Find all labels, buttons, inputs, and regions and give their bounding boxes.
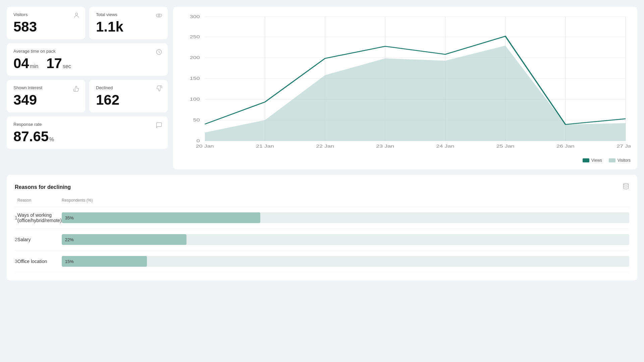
- table-row: 2Salary22%: [15, 229, 629, 251]
- dashboard: Visitors 583 Total views 1.1k: [0, 0, 644, 287]
- svg-text:0: 0: [197, 139, 200, 143]
- eye-icon: [156, 12, 162, 20]
- svg-text:22 Jan: 22 Jan: [316, 144, 334, 148]
- line-chart: 0 50 100 150 200 250 300 20 Jan 21 Jan 2…: [180, 13, 631, 154]
- reasons-table: Reason Respondents (%) 1Ways of working …: [15, 198, 629, 272]
- chat-icon: [156, 122, 162, 130]
- chart-panel: 0 50 100 150 200 250 300 20 Jan 21 Jan 2…: [173, 7, 637, 169]
- total-views-value: 1.1k: [96, 20, 161, 34]
- legend-views: Views: [583, 158, 602, 163]
- visitors-legend-label: Visitors: [618, 158, 631, 163]
- views-legend-label: Views: [591, 158, 602, 163]
- metric-row-4: Response rate 87.65%: [7, 116, 168, 149]
- total-views-card: Total views 1.1k: [89, 7, 168, 39]
- declining-section-title: Reasons for declining: [15, 183, 629, 191]
- bottom-section: Reasons for declining Reason Respondents…: [7, 175, 637, 280]
- table-header-row: Reason Respondents (%): [15, 198, 629, 207]
- row-reason: Office location: [17, 251, 62, 272]
- declined-value: 162: [96, 93, 161, 107]
- svg-point-2: [158, 15, 160, 16]
- row-bar-cell: 22%: [62, 229, 629, 251]
- response-rate-card: Response rate 87.65%: [7, 116, 168, 149]
- svg-text:50: 50: [193, 118, 200, 122]
- row-rank: 1: [15, 207, 17, 229]
- svg-point-0: [75, 13, 78, 15]
- svg-text:23 Jan: 23 Jan: [376, 144, 394, 148]
- person-icon: [73, 12, 80, 20]
- svg-text:100: 100: [190, 97, 200, 101]
- avg-time-sec-unit: sec: [63, 63, 71, 69]
- avg-time-min-unit: min: [30, 63, 39, 69]
- declined-card: Declined 162: [89, 80, 168, 112]
- response-rate-label: Response rate: [13, 122, 161, 127]
- clock-icon: [156, 49, 162, 57]
- row-bar-cell: 15%: [62, 251, 629, 272]
- svg-text:26 Jan: 26 Jan: [556, 144, 575, 148]
- response-rate-value: 87.65%: [13, 130, 161, 144]
- metric-row-2: Average time on pack 04min 17sec: [7, 43, 168, 76]
- svg-text:24 Jan: 24 Jan: [436, 144, 454, 148]
- bar-label: 35%: [62, 215, 74, 220]
- visitors-value: 583: [13, 20, 78, 34]
- thumbsdown-icon: [156, 85, 162, 94]
- svg-text:200: 200: [190, 55, 200, 60]
- row-rank: 3: [15, 251, 17, 272]
- col-respondents: Respondents (%): [62, 198, 629, 207]
- views-legend-color: [583, 158, 589, 162]
- metrics-panel: Visitors 583 Total views 1.1k: [7, 7, 168, 169]
- thumbsup-icon: [73, 85, 80, 94]
- row-rank: 2: [15, 229, 17, 251]
- bar-fill: [62, 256, 147, 267]
- avg-time-value: 04min 17sec: [13, 56, 161, 70]
- row-reason: Ways of working (office/hybrid/remote): [17, 207, 62, 229]
- svg-point-1: [156, 14, 162, 17]
- svg-text:150: 150: [190, 76, 200, 81]
- row-reason: Salary: [17, 229, 62, 251]
- shown-interest-card: Shown interest 349: [7, 80, 85, 112]
- bar-container: 35%: [62, 212, 629, 223]
- bar-label: 15%: [62, 259, 74, 264]
- svg-text:250: 250: [190, 35, 200, 39]
- avg-time-seconds: 17: [46, 55, 62, 71]
- row-bar-cell: 35%: [62, 207, 629, 229]
- col-reason: Reason: [17, 198, 62, 207]
- chart-legend: Views Visitors: [180, 158, 631, 163]
- avg-time-label: Average time on pack: [13, 49, 161, 54]
- avg-time-card: Average time on pack 04min 17sec: [7, 43, 168, 76]
- bar-fill: [62, 234, 186, 245]
- total-views-label: Total views: [96, 12, 161, 17]
- bar-fill: [62, 212, 260, 223]
- visitors-card: Visitors 583: [7, 7, 85, 39]
- svg-text:21 Jan: 21 Jan: [256, 144, 274, 148]
- shown-interest-label: Shown interest: [13, 85, 78, 90]
- metric-row-3: Shown interest 349 Declined 162: [7, 80, 168, 112]
- bar-container: 22%: [62, 234, 629, 245]
- legend-visitors: Visitors: [609, 158, 631, 163]
- declined-label: Declined: [96, 85, 161, 90]
- table-row: 3Office location15%: [15, 251, 629, 272]
- svg-text:20 Jan: 20 Jan: [196, 144, 214, 148]
- visitors-label: Visitors: [13, 12, 78, 17]
- visitors-area: [205, 46, 626, 141]
- metric-row-1: Visitors 583 Total views 1.1k: [7, 7, 168, 39]
- svg-text:27 Jan: 27 Jan: [616, 144, 631, 148]
- top-section: Visitors 583 Total views 1.1k: [7, 7, 637, 169]
- visitors-legend-color: [609, 158, 615, 162]
- svg-text:300: 300: [190, 14, 200, 19]
- col-rank: [15, 198, 17, 207]
- database-icon: [623, 183, 629, 191]
- bar-container: 15%: [62, 256, 629, 267]
- table-row: 1Ways of working (office/hybrid/remote)3…: [15, 207, 629, 229]
- bar-label: 22%: [62, 237, 74, 242]
- svg-point-34: [624, 184, 629, 185]
- avg-time-minutes: 04: [13, 55, 29, 71]
- svg-text:25 Jan: 25 Jan: [496, 144, 515, 148]
- shown-interest-value: 349: [13, 93, 78, 107]
